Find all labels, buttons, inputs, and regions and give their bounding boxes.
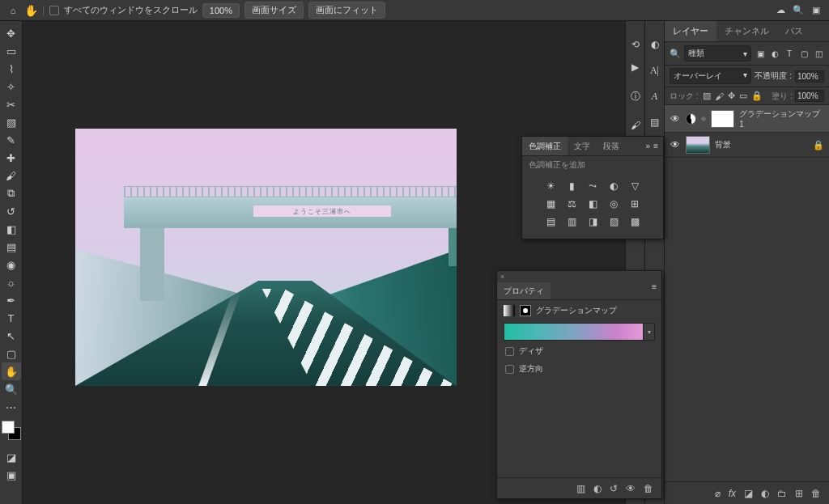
lasso-tool[interactable]: ⌇ [2, 60, 21, 78]
invert-icon[interactable]: ▤ [543, 215, 558, 228]
posterize-icon[interactable]: ▥ [564, 215, 579, 228]
lock-trans-icon[interactable]: ▨ [703, 91, 711, 101]
new-layer-icon[interactable]: ⊞ [795, 488, 803, 499]
exposure-icon[interactable]: ◐ [606, 180, 621, 193]
canvas-area[interactable]: ようこそ三浦市へ 色調補正 文字 段落 »≡ 色調補正を追加 ☀ ▮ ⤳ ◐ [23, 21, 625, 504]
color-swatches[interactable] [2, 421, 21, 440]
group-icon[interactable]: 🗀 [777, 488, 787, 499]
frame-tool[interactable]: ▧ [2, 113, 21, 131]
fill-input[interactable] [795, 90, 824, 102]
zoom-tool[interactable]: 🔍 [2, 380, 21, 398]
brush-tool[interactable]: 🖌 [2, 167, 21, 184]
search-icon[interactable]: 🔍 [792, 4, 805, 17]
channel-mixer-icon[interactable]: ⊞ [627, 197, 642, 210]
paragraph-strip-icon[interactable]: A [648, 89, 662, 104]
layer-row[interactable]: 👁 背景 🔒 [665, 133, 829, 158]
more-tools[interactable]: ⋯ [2, 398, 21, 416]
trash-icon[interactable]: 🗑 [811, 488, 821, 499]
gradient-map-icon[interactable]: ▨ [606, 215, 621, 228]
history-strip-icon[interactable]: ⟲ [628, 37, 643, 52]
adjustments-strip-icon[interactable]: ◐ [648, 37, 662, 52]
filter-type-icon[interactable]: T [784, 48, 795, 59]
filter-adjust-icon[interactable]: ◐ [769, 48, 780, 59]
filter-smart-icon[interactable]: ◫ [813, 48, 824, 59]
hue-sat-icon[interactable]: ▦ [543, 197, 558, 210]
move-tool[interactable]: ✥ [2, 24, 21, 42]
brush-strip-icon[interactable]: 🖌 [628, 118, 643, 133]
curves-icon[interactable]: ⤳ [585, 180, 600, 193]
filter-shape-icon[interactable]: ▢ [798, 48, 810, 59]
toggle-visibility-icon[interactable]: 👁 [626, 483, 636, 494]
color-balance-icon[interactable]: ⚖ [564, 197, 579, 210]
lock-artboard-icon[interactable]: ▭ [739, 91, 747, 101]
gradient-preview[interactable] [504, 323, 644, 341]
tab-paths[interactable]: パス [777, 21, 811, 41]
tab-character[interactable]: 文字 [568, 137, 597, 155]
scroll-all-checkbox[interactable] [49, 6, 59, 15]
wand-tool[interactable]: ✧ [2, 78, 21, 95]
lock-all-icon[interactable]: 🔒 [751, 91, 763, 101]
blend-mode-select[interactable]: オーバーレイ▾ [670, 68, 751, 84]
reverse-checkbox[interactable] [505, 365, 514, 374]
filter-kind-select[interactable]: 種類▾ [684, 45, 751, 61]
panel-close-icon[interactable]: × [497, 271, 661, 282]
blur-tool[interactable]: ◉ [2, 256, 21, 273]
layer-name[interactable]: グラデーションマップ 1 [739, 108, 824, 129]
play-strip-icon[interactable]: ▶ [628, 60, 643, 74]
reset-icon[interactable]: ↺ [610, 483, 618, 494]
opacity-input[interactable] [795, 70, 824, 83]
layer-name[interactable]: 背景 [715, 139, 731, 150]
hand-tool-icon[interactable]: ✋ [24, 4, 37, 17]
home-icon[interactable]: ⌂ [6, 4, 19, 17]
shape-tool[interactable]: ▢ [2, 345, 21, 362]
brightness-icon[interactable]: ☀ [543, 180, 558, 193]
stamp-tool[interactable]: ⧉ [2, 184, 21, 202]
prev-state-icon[interactable]: ◐ [593, 483, 602, 494]
panel-menu-icon[interactable]: ≡ [653, 142, 658, 150]
tab-paragraph[interactable]: 段落 [597, 137, 626, 155]
info-strip-icon[interactable]: ⓘ [628, 89, 643, 104]
cloud-icon[interactable]: ☁ [774, 4, 787, 17]
fit-screen-button[interactable]: 画面にフィット [308, 2, 385, 19]
collapse-icon[interactable]: » [646, 142, 651, 150]
new-adjustment-icon[interactable]: ◐ [761, 488, 769, 499]
clip-icon[interactable]: ▥ [576, 483, 585, 494]
link-layers-icon[interactable]: ⌀ [715, 488, 721, 499]
screen-mode-icon[interactable]: ▣ [2, 466, 21, 484]
layer-row[interactable]: 👁 ⎆ グラデーションマップ 1 [665, 105, 829, 133]
visibility-icon[interactable]: 👁 [670, 139, 681, 150]
character-strip-icon[interactable]: A| [648, 63, 662, 78]
bw-icon[interactable]: ◧ [585, 197, 600, 210]
path-tool[interactable]: ↖ [2, 327, 21, 345]
gradient-dropdown[interactable]: ▾ [644, 323, 655, 341]
libraries-strip-icon[interactable]: ▤ [648, 115, 662, 129]
mask-icon[interactable]: ◪ [744, 488, 753, 499]
threshold-icon[interactable]: ◨ [585, 215, 600, 228]
type-tool[interactable]: T [2, 309, 21, 327]
hand-tool[interactable]: ✋ [2, 362, 21, 380]
gradient-tool[interactable]: ▤ [2, 238, 21, 256]
dither-checkbox[interactable] [505, 347, 514, 356]
document-canvas[interactable]: ようこそ三浦市へ [75, 129, 457, 386]
tab-layers[interactable]: レイヤー [665, 21, 716, 41]
eyedropper-tool[interactable]: ✎ [2, 131, 21, 149]
crop-tool[interactable]: ✂ [2, 95, 21, 113]
filter-pixel-icon[interactable]: ▣ [755, 48, 766, 59]
fx-icon[interactable]: fx [729, 488, 736, 499]
levels-icon[interactable]: ▮ [564, 180, 579, 193]
tab-channels[interactable]: チャンネル [716, 21, 777, 41]
actual-size-button[interactable]: 画面サイズ [244, 2, 304, 19]
tab-adjustments[interactable]: 色調補正 [522, 137, 568, 155]
quick-mask-icon[interactable]: ◪ [2, 448, 21, 466]
workspace-icon[interactable]: ▣ [810, 4, 823, 17]
layer-thumbnail[interactable] [686, 136, 710, 154]
link-icon[interactable]: ⎆ [701, 114, 706, 123]
heal-tool[interactable]: ✚ [2, 149, 21, 167]
vibrance-icon[interactable]: ▽ [627, 180, 642, 193]
mask-thumbnail[interactable] [711, 110, 734, 128]
dodge-tool[interactable]: ☼ [2, 273, 21, 291]
search-icon[interactable]: 🔍 [670, 49, 681, 59]
lock-move-icon[interactable]: ✥ [728, 91, 735, 101]
tab-properties[interactable]: プロパティ [497, 282, 551, 299]
history-brush-tool[interactable]: ↺ [2, 202, 21, 220]
